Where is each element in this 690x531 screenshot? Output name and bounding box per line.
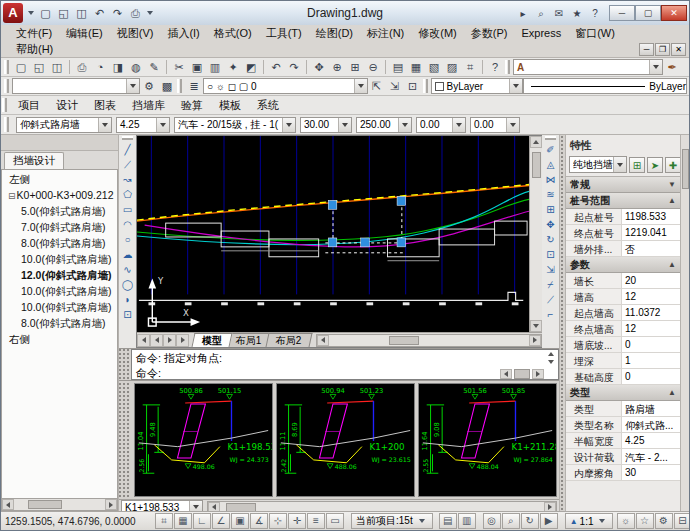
layer-properties-button[interactable]: ≣ bbox=[185, 78, 203, 95]
quick-select-button[interactable]: ✚ bbox=[665, 157, 680, 173]
property-value[interactable]: 4.25 bbox=[622, 433, 680, 448]
tree-item[interactable]: 8.0(仰斜式路肩墙) bbox=[2, 316, 117, 332]
property-value[interactable]: 1198.533 bbox=[622, 209, 680, 224]
help-button[interactable]: ? bbox=[486, 59, 504, 76]
dyn-toggle[interactable]: ✛ bbox=[288, 513, 306, 529]
layer-combo[interactable]: ○ ☼ ◻ ▢ 0 bbox=[203, 78, 368, 94]
tree-item[interactable]: 5.0(仰斜式路肩墙) bbox=[2, 204, 117, 220]
half-width-combo[interactable]: 4.25 bbox=[116, 117, 170, 133]
menu-item[interactable]: 视图(V) bbox=[110, 25, 161, 41]
model-space-button[interactable]: ▤ bbox=[439, 513, 457, 529]
dropdown-arrow-icon[interactable] bbox=[398, 118, 411, 132]
help-button[interactable]: ? bbox=[587, 5, 603, 21]
open-button[interactable]: ◱ bbox=[55, 5, 72, 22]
scroll-thumb[interactable] bbox=[28, 500, 62, 509]
scroll-thumb[interactable] bbox=[226, 503, 256, 512]
plot-button[interactable]: ⎙ bbox=[127, 5, 144, 22]
scroll-left-icon[interactable] bbox=[500, 369, 512, 379]
scroll-thumb[interactable] bbox=[389, 336, 419, 345]
stretch-button[interactable]: ⇲ bbox=[543, 262, 559, 277]
toolbar-grip[interactable] bbox=[545, 136, 556, 140]
tree-item-selected[interactable]: 12.0(仰斜式路肩墙) bbox=[2, 268, 117, 284]
command-hscroll[interactable] bbox=[500, 369, 558, 379]
quickcalc-button[interactable]: ⌗ bbox=[461, 59, 479, 76]
text-edit-button[interactable]: ✒ bbox=[663, 59, 681, 76]
property-value[interactable]: 1219.041 bbox=[622, 225, 680, 240]
osnap-toggle[interactable]: ▣ bbox=[231, 513, 249, 529]
module-tab[interactable]: 挡墙库 bbox=[124, 97, 173, 114]
markup-button[interactable]: ✎ bbox=[145, 59, 163, 76]
infocenter-expand-button[interactable]: ▸ bbox=[515, 5, 531, 21]
tree-item[interactable]: 10.0(仰斜式路肩墙) bbox=[2, 284, 117, 300]
select-objects-button[interactable]: ➤ bbox=[647, 157, 663, 173]
snap-toggle[interactable]: ⌗ bbox=[155, 513, 173, 529]
property-value[interactable]: 12 bbox=[622, 321, 680, 336]
tool-palettes-button[interactable]: ▧ bbox=[425, 59, 443, 76]
polyline-button[interactable]: ↝ bbox=[120, 172, 136, 187]
layer-previous-button[interactable]: ⇲ bbox=[386, 78, 404, 95]
orbit-button[interactable]: ↻ bbox=[521, 513, 539, 529]
cross-section-panel[interactable]: 11.64 9.08 2.55 501.56 501.85 bbox=[418, 383, 557, 497]
redo-button[interactable]: ↷ bbox=[285, 59, 303, 76]
command-input-line[interactable]: 命令: bbox=[132, 366, 558, 381]
tree-chainage-node[interactable]: ⊟K0+000-K3+009.212 bbox=[2, 188, 117, 204]
insert-block-button[interactable]: ⊡ bbox=[120, 307, 136, 322]
param-zero-combo-1[interactable]: 0.00 bbox=[416, 117, 466, 133]
property-value[interactable]: 1 bbox=[622, 353, 680, 368]
scroll-right-icon[interactable] bbox=[532, 369, 544, 379]
current-project-button[interactable]: 当前项目:15t bbox=[351, 513, 433, 529]
property-value[interactable]: 仰斜式路... bbox=[622, 417, 680, 432]
workspace-switch-button[interactable]: ⚙ bbox=[655, 513, 673, 529]
ellipse-button[interactable]: ◯ bbox=[120, 277, 136, 292]
prev-tab-icon[interactable] bbox=[150, 334, 163, 347]
grid-toggle[interactable]: ▦ bbox=[174, 513, 192, 529]
lineweight-toggle[interactable]: ≡ bbox=[307, 513, 325, 529]
scale-button[interactable]: ⊡ bbox=[543, 247, 559, 262]
ducs-toggle[interactable]: ⊹ bbox=[269, 513, 287, 529]
ellipse-arc-button[interactable]: ◗ bbox=[120, 292, 136, 307]
menu-item[interactable]: Express bbox=[514, 25, 568, 41]
param-zero-combo-2[interactable]: 0.00 bbox=[470, 117, 520, 133]
next-tab-icon[interactable] bbox=[163, 334, 176, 347]
pan-button[interactable]: ✥ bbox=[310, 59, 328, 76]
mdi-restore-button[interactable]: ❐ bbox=[655, 43, 670, 56]
mirror-button[interactable]: ⋈ bbox=[543, 172, 559, 187]
module-tab[interactable]: 模板 bbox=[211, 97, 249, 114]
autocad-logo-icon[interactable]: A bbox=[3, 3, 23, 23]
property-group-header[interactable]: 常规▼ bbox=[566, 177, 680, 193]
dropdown-arrow-icon[interactable] bbox=[649, 60, 662, 74]
quick-properties-toggle[interactable]: ▭ bbox=[326, 513, 344, 529]
properties-vscrollbar[interactable] bbox=[680, 135, 689, 511]
property-value[interactable]: 0 bbox=[622, 337, 680, 352]
tree-item[interactable]: 7.0(仰斜式路肩墙) bbox=[2, 220, 117, 236]
erase-button[interactable]: ✐ bbox=[543, 142, 559, 157]
undo-button[interactable]: ↶ bbox=[91, 5, 108, 22]
redo-button[interactable]: ↷ bbox=[109, 5, 126, 22]
scroll-right-icon[interactable] bbox=[529, 335, 541, 346]
toggle-pickadd-button[interactable]: ⊞ bbox=[629, 157, 645, 173]
dropdown-arrow-icon[interactable] bbox=[156, 118, 169, 132]
auto-annotate-button[interactable]: ☆ bbox=[636, 513, 654, 529]
text-style-combo[interactable]: A bbox=[513, 59, 663, 75]
property-group-header[interactable]: 参数▲ bbox=[566, 257, 680, 273]
ortho-toggle[interactable]: ∟ bbox=[193, 513, 211, 529]
menu-item[interactable]: 修改(M) bbox=[411, 25, 464, 41]
model-canvas[interactable]: Y X bbox=[137, 136, 529, 332]
3d-dwf-button[interactable]: ◍ bbox=[127, 59, 145, 76]
station-combo[interactable]: K1+198.533 bbox=[121, 500, 203, 511]
menu-item[interactable]: 绘图(D) bbox=[309, 25, 360, 41]
scroll-thumb[interactable] bbox=[682, 149, 689, 189]
undo-button[interactable]: ↶ bbox=[267, 59, 285, 76]
workspace-settings-button[interactable]: ⚙ bbox=[140, 78, 158, 95]
module-tab[interactable]: 系统 bbox=[249, 97, 287, 114]
property-value[interactable]: 12 bbox=[622, 289, 680, 304]
cross-section-panel[interactable]: 11.04 9.48 2.56 500.86 501.15 bbox=[134, 383, 273, 497]
module-tab[interactable]: 图表 bbox=[86, 97, 124, 114]
copy-button[interactable]: ◬ bbox=[543, 157, 559, 172]
workspace-combo[interactable] bbox=[12, 78, 140, 94]
dropdown-arrow-icon[interactable] bbox=[338, 118, 351, 132]
dropdown-arrow-icon[interactable] bbox=[98, 118, 111, 132]
dropdown-arrow-icon[interactable] bbox=[613, 157, 626, 172]
designcenter-button[interactable]: ▦ bbox=[407, 59, 425, 76]
paste-button[interactable]: ▥ bbox=[206, 59, 224, 76]
